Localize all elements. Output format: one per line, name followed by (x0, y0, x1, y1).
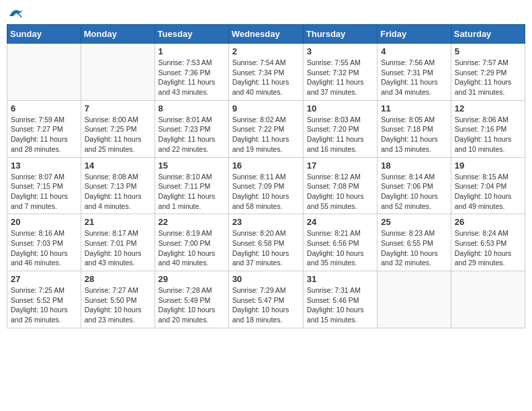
calendar-cell: 30Sunrise: 7:29 AM Sunset: 5:47 PM Dayli… (228, 271, 303, 328)
calendar-cell: 7Sunrise: 8:00 AM Sunset: 7:25 PM Daylig… (81, 100, 154, 157)
day-number: 18 (381, 161, 447, 171)
calendar-cell: 28Sunrise: 7:27 AM Sunset: 5:50 PM Dayli… (81, 271, 154, 328)
calendar-cell: 3Sunrise: 7:55 AM Sunset: 7:32 PM Daylig… (303, 44, 377, 101)
day-info: Sunrise: 8:23 AM Sunset: 6:55 PM Dayligh… (381, 228, 447, 268)
day-number: 4 (381, 46, 447, 56)
calendar-header-row: SundayMondayTuesdayWednesdayThursdayFrid… (7, 25, 525, 44)
day-number: 22 (159, 217, 225, 227)
calendar-cell: 16Sunrise: 8:11 AM Sunset: 7:09 PM Dayli… (228, 157, 303, 214)
calendar-cell: 21Sunrise: 8:17 AM Sunset: 7:01 PM Dayli… (81, 214, 154, 271)
calendar-header-saturday: Saturday (451, 25, 525, 44)
calendar-cell: 15Sunrise: 8:10 AM Sunset: 7:11 PM Dayli… (154, 157, 228, 214)
day-info: Sunrise: 7:53 AM Sunset: 7:36 PM Dayligh… (159, 58, 225, 97)
day-number: 3 (307, 46, 373, 56)
calendar-cell: 19Sunrise: 8:15 AM Sunset: 7:04 PM Dayli… (451, 157, 525, 214)
page-header (7, 7, 525, 19)
week-row-3: 13Sunrise: 8:07 AM Sunset: 7:15 PM Dayli… (7, 157, 525, 214)
calendar-header-thursday: Thursday (303, 25, 377, 44)
day-info: Sunrise: 7:59 AM Sunset: 7:27 PM Dayligh… (11, 115, 77, 154)
day-number: 17 (307, 161, 373, 171)
calendar-header-sunday: Sunday (7, 25, 81, 44)
day-info: Sunrise: 8:02 AM Sunset: 7:22 PM Dayligh… (232, 115, 300, 154)
day-info: Sunrise: 8:20 AM Sunset: 6:58 PM Dayligh… (232, 228, 300, 268)
day-number: 16 (232, 161, 300, 171)
week-row-5: 27Sunrise: 7:25 AM Sunset: 5:52 PM Dayli… (7, 271, 525, 328)
calendar-cell: 26Sunrise: 8:24 AM Sunset: 6:53 PM Dayli… (451, 214, 525, 271)
calendar-cell: 11Sunrise: 8:05 AM Sunset: 7:18 PM Dayli… (378, 100, 451, 157)
calendar-header-tuesday: Tuesday (154, 25, 228, 44)
calendar-cell: 14Sunrise: 8:08 AM Sunset: 7:13 PM Dayli… (81, 157, 154, 214)
calendar-cell: 24Sunrise: 8:21 AM Sunset: 6:56 PM Dayli… (303, 214, 377, 271)
day-info: Sunrise: 8:08 AM Sunset: 7:13 PM Dayligh… (85, 172, 151, 212)
calendar-cell (378, 271, 451, 328)
calendar-cell: 2Sunrise: 7:54 AM Sunset: 7:34 PM Daylig… (228, 44, 303, 101)
calendar-table: SundayMondayTuesdayWednesdayThursdayFrid… (7, 24, 525, 328)
week-row-4: 20Sunrise: 8:16 AM Sunset: 7:03 PM Dayli… (7, 214, 525, 271)
day-number: 12 (455, 103, 521, 113)
calendar-cell: 22Sunrise: 8:19 AM Sunset: 7:00 PM Dayli… (154, 214, 228, 271)
calendar-cell: 17Sunrise: 8:12 AM Sunset: 7:08 PM Dayli… (303, 157, 377, 214)
day-info: Sunrise: 7:29 AM Sunset: 5:47 PM Dayligh… (232, 285, 300, 325)
day-info: Sunrise: 7:25 AM Sunset: 5:52 PM Dayligh… (11, 285, 77, 325)
day-number: 7 (85, 103, 151, 113)
day-info: Sunrise: 8:24 AM Sunset: 6:53 PM Dayligh… (455, 228, 521, 268)
day-info: Sunrise: 8:14 AM Sunset: 7:06 PM Dayligh… (381, 172, 447, 212)
day-info: Sunrise: 8:10 AM Sunset: 7:11 PM Dayligh… (159, 172, 225, 212)
calendar-cell: 4Sunrise: 7:56 AM Sunset: 7:31 PM Daylig… (378, 44, 451, 101)
calendar-cell: 13Sunrise: 8:07 AM Sunset: 7:15 PM Dayli… (7, 157, 81, 214)
day-info: Sunrise: 8:12 AM Sunset: 7:08 PM Dayligh… (307, 172, 373, 212)
day-number: 27 (11, 274, 77, 284)
day-number: 19 (455, 161, 521, 171)
calendar-cell (7, 44, 81, 101)
day-number: 20 (11, 217, 77, 227)
day-number: 2 (232, 46, 300, 56)
day-number: 6 (11, 103, 77, 113)
calendar-cell: 12Sunrise: 8:06 AM Sunset: 7:16 PM Dayli… (451, 100, 525, 157)
calendar-header-wednesday: Wednesday (228, 25, 303, 44)
day-info: Sunrise: 7:27 AM Sunset: 5:50 PM Dayligh… (85, 285, 151, 325)
calendar-cell: 5Sunrise: 7:57 AM Sunset: 7:29 PM Daylig… (451, 44, 525, 101)
day-number: 31 (307, 274, 373, 284)
day-info: Sunrise: 8:03 AM Sunset: 7:20 PM Dayligh… (307, 115, 373, 154)
day-number: 10 (307, 103, 373, 113)
day-number: 1 (159, 46, 225, 56)
day-info: Sunrise: 8:11 AM Sunset: 7:09 PM Dayligh… (232, 172, 300, 212)
calendar-cell: 25Sunrise: 8:23 AM Sunset: 6:55 PM Dayli… (378, 214, 451, 271)
day-info: Sunrise: 8:01 AM Sunset: 7:23 PM Dayligh… (159, 115, 225, 154)
day-info: Sunrise: 7:55 AM Sunset: 7:32 PM Dayligh… (307, 58, 373, 97)
week-row-2: 6Sunrise: 7:59 AM Sunset: 7:27 PM Daylig… (7, 100, 525, 157)
calendar-cell: 10Sunrise: 8:03 AM Sunset: 7:20 PM Dayli… (303, 100, 377, 157)
calendar-cell: 31Sunrise: 7:31 AM Sunset: 5:46 PM Dayli… (303, 271, 377, 328)
day-number: 30 (232, 274, 300, 284)
day-info: Sunrise: 8:00 AM Sunset: 7:25 PM Dayligh… (85, 115, 151, 154)
day-number: 21 (85, 217, 151, 227)
day-info: Sunrise: 8:07 AM Sunset: 7:15 PM Dayligh… (11, 172, 77, 212)
calendar-cell: 9Sunrise: 8:02 AM Sunset: 7:22 PM Daylig… (228, 100, 303, 157)
day-number: 23 (232, 217, 300, 227)
calendar-cell (81, 44, 154, 101)
day-number: 8 (159, 103, 225, 113)
day-number: 15 (159, 161, 225, 171)
day-info: Sunrise: 8:15 AM Sunset: 7:04 PM Dayligh… (455, 172, 521, 212)
day-info: Sunrise: 7:28 AM Sunset: 5:49 PM Dayligh… (159, 285, 225, 325)
calendar-cell: 23Sunrise: 8:20 AM Sunset: 6:58 PM Dayli… (228, 214, 303, 271)
week-row-1: 1Sunrise: 7:53 AM Sunset: 7:36 PM Daylig… (7, 44, 525, 101)
day-info: Sunrise: 8:19 AM Sunset: 7:00 PM Dayligh… (159, 228, 225, 268)
calendar-cell: 18Sunrise: 8:14 AM Sunset: 7:06 PM Dayli… (378, 157, 451, 214)
calendar-header-monday: Monday (81, 25, 154, 44)
day-number: 11 (381, 103, 447, 113)
calendar-cell: 29Sunrise: 7:28 AM Sunset: 5:49 PM Dayli… (154, 271, 228, 328)
calendar-cell (451, 271, 525, 328)
day-number: 25 (381, 217, 447, 227)
calendar-cell: 8Sunrise: 8:01 AM Sunset: 7:23 PM Daylig… (154, 100, 228, 157)
day-info: Sunrise: 7:56 AM Sunset: 7:31 PM Dayligh… (381, 58, 447, 97)
day-info: Sunrise: 8:16 AM Sunset: 7:03 PM Dayligh… (11, 228, 77, 268)
day-number: 28 (85, 274, 151, 284)
day-info: Sunrise: 8:17 AM Sunset: 7:01 PM Dayligh… (85, 228, 151, 268)
day-info: Sunrise: 7:57 AM Sunset: 7:29 PM Dayligh… (455, 58, 521, 97)
day-number: 14 (85, 161, 151, 171)
day-number: 29 (159, 274, 225, 284)
calendar-cell: 27Sunrise: 7:25 AM Sunset: 5:52 PM Dayli… (7, 271, 81, 328)
calendar-cell: 20Sunrise: 8:16 AM Sunset: 7:03 PM Dayli… (7, 214, 81, 271)
day-number: 5 (455, 46, 521, 56)
